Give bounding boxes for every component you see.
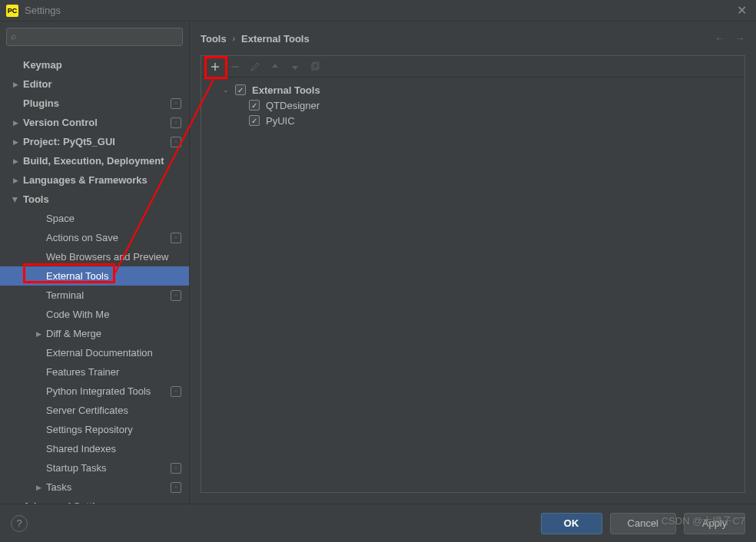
project-badge-icon: ▫	[171, 98, 181, 109]
sidebar-item-label: Plugins	[23, 97, 171, 109]
project-badge-icon: ▫	[171, 233, 181, 243]
help-button[interactable]: ?	[11, 515, 28, 532]
sidebar-item-label: Editor	[23, 78, 189, 90]
sidebar-item-settings-repository[interactable]: Settings Repository	[0, 420, 189, 439]
chevron-icon: ▶	[11, 177, 20, 184]
sidebar-item-label: Web Browsers and Preview	[46, 251, 189, 263]
app-icon: PC	[6, 5, 18, 17]
item-checkbox[interactable]	[249, 100, 260, 111]
chevron-icon: ▶	[34, 330, 43, 338]
sidebar-item-plugins[interactable]: Plugins▫	[0, 94, 189, 113]
item-label: QTDesigner	[266, 100, 320, 111]
sidebar-item-terminal[interactable]: Terminal▫	[0, 286, 189, 305]
edit-button[interactable]	[246, 58, 264, 75]
close-icon[interactable]: ✕	[734, 3, 750, 18]
sidebar-item-label: Keymap	[23, 59, 189, 71]
sidebar-item-editor[interactable]: ▶Editor	[0, 74, 189, 94]
breadcrumb-current: External Tools	[241, 33, 310, 45]
item-checkbox[interactable]	[249, 115, 260, 126]
sidebar-item-label: Build, Execution, Deployment	[23, 155, 189, 167]
move-up-button[interactable]	[266, 58, 284, 75]
nav-forward-icon[interactable]: →	[734, 32, 745, 45]
tree-item-row[interactable]: QTDesigner	[209, 97, 737, 113]
sidebar-item-external-documentation[interactable]: External Documentation	[0, 343, 189, 362]
sidebar-item-label: Languages & Frameworks	[23, 174, 189, 186]
chevron-icon: ▶	[11, 81, 20, 88]
sidebar-item-label: Actions on Save	[46, 232, 171, 243]
sidebar-item-server-certificates[interactable]: Server Certificates	[0, 401, 189, 420]
sidebar-item-version-control[interactable]: ▶Version Control▫	[0, 113, 189, 132]
sidebar-item-label: Tools	[23, 193, 189, 205]
tree-item-row[interactable]: PyUIC	[209, 113, 737, 128]
window-title: Settings	[25, 5, 734, 16]
sidebar-item-label: Shared Indexes	[46, 443, 189, 454]
external-tools-panel: ⌄ External Tools QTDesigner PyUIC	[201, 55, 745, 493]
group-checkbox[interactable]	[235, 84, 246, 95]
sidebar-item-external-tools[interactable]: External Tools	[0, 266, 189, 286]
sidebar-item-keymap[interactable]: Keymap	[0, 55, 189, 74]
sidebar-item-project-pyqt5-gui[interactable]: ▶Project: PyQt5_GUI▫	[0, 132, 189, 151]
tools-tree: ⌄ External Tools QTDesigner PyUIC	[201, 78, 744, 492]
expand-icon[interactable]: ⌄	[223, 86, 232, 94]
sidebar-item-label: Features Trainer	[46, 366, 189, 378]
project-badge-icon: ▫	[171, 463, 181, 474]
sidebar-item-code-with-me[interactable]: Code With Me	[0, 305, 189, 324]
chevron-right-icon: ›	[233, 35, 235, 43]
chevron-icon: ▶	[34, 484, 43, 491]
sidebar-item-advanced-settings[interactable]: Advanced Settings	[0, 497, 189, 504]
breadcrumb-root[interactable]: Tools	[201, 33, 227, 45]
project-badge-icon: ▫	[171, 290, 181, 301]
watermark: CSDN @大橙子C7	[662, 514, 745, 528]
sidebar-item-tasks[interactable]: ▶Tasks▫	[0, 478, 189, 497]
sidebar-item-label: Space	[46, 213, 189, 224]
search-icon: ⌕	[11, 31, 16, 41]
chevron-icon: ▶	[11, 119, 20, 127]
add-button[interactable]	[206, 58, 224, 75]
sidebar-item-build-execution-deployment[interactable]: ▶Build, Execution, Deployment	[0, 151, 189, 170]
sidebar-item-web-browsers-and-preview[interactable]: Web Browsers and Preview	[0, 247, 189, 266]
item-label: PyUIC	[266, 115, 295, 127]
copy-button[interactable]	[306, 58, 324, 75]
sidebar-item-label: Settings Repository	[46, 424, 189, 435]
tree-group-row[interactable]: ⌄ External Tools	[209, 82, 737, 97]
move-down-button[interactable]	[286, 58, 304, 75]
sidebar-item-actions-on-save[interactable]: Actions on Save▫	[0, 228, 189, 247]
search-input[interactable]	[6, 28, 183, 46]
project-badge-icon: ▫	[171, 137, 181, 147]
sidebar: ⌕ Keymap▶EditorPlugins▫▶Version Control▫…	[0, 21, 190, 504]
nav-back-icon[interactable]: ←	[715, 32, 725, 45]
group-label: External Tools	[252, 84, 320, 96]
footer: ? OK Cancel Apply	[0, 504, 756, 542]
chevron-icon: ▶	[11, 138, 20, 146]
project-badge-icon: ▫	[171, 117, 181, 128]
svg-rect-0	[312, 64, 317, 70]
sidebar-item-label: External Documentation	[46, 347, 189, 359]
sidebar-item-startup-tasks[interactable]: Startup Tasks▫	[0, 458, 189, 478]
chevron-icon: ▶	[11, 157, 20, 165]
sidebar-item-features-trainer[interactable]: Features Trainer	[0, 362, 189, 382]
project-badge-icon: ▫	[171, 386, 181, 397]
project-badge-icon: ▫	[171, 482, 181, 493]
titlebar: PC Settings ✕	[0, 0, 756, 21]
sidebar-item-label: Python Integrated Tools	[46, 385, 171, 397]
breadcrumb: Tools › External Tools ← →	[190, 21, 756, 55]
sidebar-item-label: Startup Tasks	[46, 462, 171, 474]
sidebar-item-label: External Tools	[46, 270, 189, 282]
chevron-icon: ▶	[12, 195, 19, 204]
sidebar-item-label: Code With Me	[46, 309, 189, 320]
sidebar-tree: Keymap▶EditorPlugins▫▶Version Control▫▶P…	[0, 52, 189, 504]
remove-button[interactable]	[226, 58, 244, 75]
svg-rect-1	[313, 62, 319, 68]
sidebar-item-space[interactable]: Space	[0, 209, 189, 228]
sidebar-item-label: Advanced Settings	[23, 501, 189, 504]
sidebar-item-shared-indexes[interactable]: Shared Indexes	[0, 439, 189, 458]
sidebar-item-languages-frameworks[interactable]: ▶Languages & Frameworks	[0, 170, 189, 190]
sidebar-item-label: Project: PyQt5_GUI	[23, 136, 171, 147]
sidebar-item-label: Terminal	[46, 289, 171, 301]
sidebar-item-python-integrated-tools[interactable]: Python Integrated Tools▫	[0, 382, 189, 401]
sidebar-item-diff-merge[interactable]: ▶Diff & Merge	[0, 324, 189, 343]
ok-button[interactable]: OK	[541, 513, 602, 534]
sidebar-item-label: Server Certificates	[46, 405, 189, 416]
sidebar-item-label: Diff & Merge	[46, 328, 189, 339]
sidebar-item-tools[interactable]: ▶Tools	[0, 190, 189, 209]
